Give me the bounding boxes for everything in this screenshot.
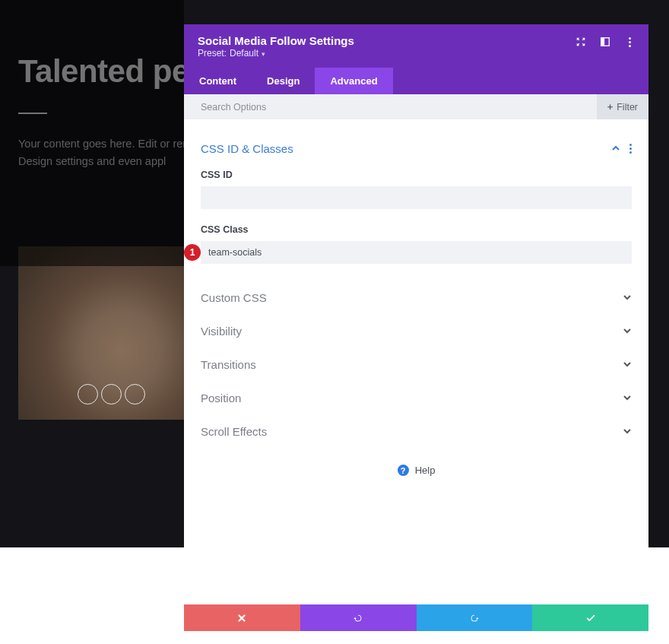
section-title: Position [201, 392, 241, 404]
chevron-down-icon [623, 293, 632, 302]
section-head-css-id-classes[interactable]: CSS ID & Classes [201, 132, 632, 165]
team-social-icons [78, 384, 145, 404]
settings-modal: Social Media Follow Settings Preset: Def… [184, 24, 648, 631]
help-label: Help [415, 465, 436, 476]
social-icon-2[interactable] [101, 384, 122, 404]
help-link[interactable]: ? Help [184, 465, 648, 476]
section-head-visibility[interactable]: Visibility [201, 314, 632, 347]
kebab-menu-icon[interactable] [624, 36, 635, 47]
filter-button[interactable]: + Filter [597, 94, 648, 119]
chevron-down-icon [623, 393, 632, 402]
social-icon-3[interactable] [125, 384, 145, 404]
preset-value: Default [230, 48, 258, 59]
section-head-transitions[interactable]: Transitions [201, 347, 632, 381]
section-title: Visibility [201, 325, 242, 338]
section-head-custom-css[interactable]: Custom CSS [201, 281, 632, 314]
tab-advanced[interactable]: Advanced [315, 68, 392, 94]
section-head-position[interactable]: Position [201, 381, 632, 414]
search-options-row: Search Options + Filter [184, 94, 648, 119]
filter-label: Filter [617, 102, 638, 113]
section-head-scroll-effects[interactable]: Scroll Effects [201, 414, 632, 448]
annotation-badge-1: 1 [184, 244, 201, 261]
section-visibility: Visibility [184, 314, 648, 347]
chevron-up-icon [611, 144, 620, 153]
tab-content[interactable]: Content [184, 68, 252, 94]
svg-rect-1 [601, 38, 604, 46]
redo-icon [469, 613, 480, 623]
modal-header: Social Media Follow Settings Preset: Def… [184, 24, 648, 68]
panel-toggle-icon[interactable] [600, 36, 610, 47]
section-title: Scroll Effects [201, 425, 267, 438]
modal-tabs: Content Design Advanced [184, 68, 648, 94]
css-class-input[interactable] [201, 241, 632, 264]
css-class-label: CSS Class [201, 224, 632, 235]
section-title: Custom CSS [201, 291, 267, 304]
section-title: Transitions [201, 358, 256, 371]
save-button[interactable] [532, 604, 648, 631]
css-id-input[interactable] [201, 186, 632, 209]
search-input[interactable]: Search Options [201, 102, 266, 113]
section-css-id-classes: CSS ID & Classes CSS ID CSS Class [184, 132, 648, 281]
preset-label: Preset: [198, 48, 227, 59]
social-icon-1[interactable] [78, 384, 98, 404]
chevron-down-icon [623, 360, 632, 369]
chevron-down-icon [623, 427, 632, 436]
modal-body: CSS ID & Classes CSS ID CSS Class [184, 119, 648, 604]
help-icon: ? [398, 465, 409, 476]
section-position: Position [184, 381, 648, 414]
undo-button[interactable] [300, 604, 417, 631]
section-scroll-effects: Scroll Effects [184, 414, 648, 448]
check-icon [585, 613, 596, 623]
section-custom-css: Custom CSS [184, 281, 648, 314]
preset-selector[interactable]: Preset: Default [198, 48, 354, 59]
css-id-label: CSS ID [201, 170, 632, 180]
modal-title: Social Media Follow Settings [198, 34, 354, 47]
cancel-button[interactable] [184, 604, 300, 631]
close-icon [236, 613, 247, 623]
title-underline [18, 113, 47, 114]
chevron-down-icon [262, 48, 265, 59]
section-kebab-icon[interactable] [629, 144, 632, 154]
plus-icon: + [607, 101, 614, 113]
chevron-down-icon [623, 326, 632, 335]
tab-design[interactable]: Design [252, 68, 315, 94]
section-title: CSS ID & Classes [201, 142, 293, 155]
section-transitions: Transitions [184, 347, 648, 381]
redo-button[interactable] [417, 604, 533, 631]
expand-icon[interactable] [575, 36, 586, 47]
modal-footer [184, 604, 648, 631]
undo-icon [353, 613, 363, 623]
